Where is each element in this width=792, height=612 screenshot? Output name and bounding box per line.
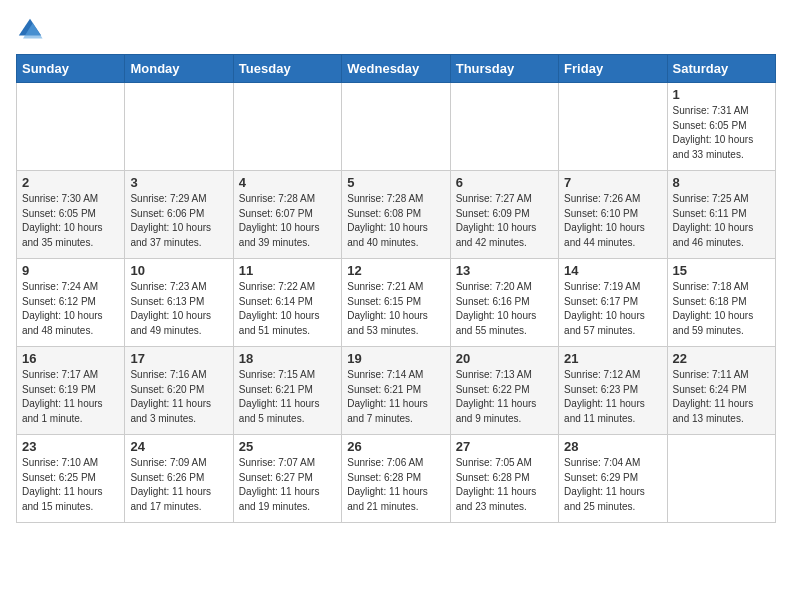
day-number: 20: [456, 351, 553, 366]
day-number: 23: [22, 439, 119, 454]
calendar-cell: 14Sunrise: 7:19 AM Sunset: 6:17 PM Dayli…: [559, 259, 667, 347]
day-info: Sunrise: 7:04 AM Sunset: 6:29 PM Dayligh…: [564, 456, 661, 514]
week-row-5: 23Sunrise: 7:10 AM Sunset: 6:25 PM Dayli…: [17, 435, 776, 523]
calendar-cell: 5Sunrise: 7:28 AM Sunset: 6:08 PM Daylig…: [342, 171, 450, 259]
calendar-cell: 2Sunrise: 7:30 AM Sunset: 6:05 PM Daylig…: [17, 171, 125, 259]
weekday-thursday: Thursday: [450, 55, 558, 83]
day-number: 9: [22, 263, 119, 278]
day-number: 3: [130, 175, 227, 190]
day-number: 15: [673, 263, 770, 278]
day-number: 13: [456, 263, 553, 278]
weekday-sunday: Sunday: [17, 55, 125, 83]
day-number: 7: [564, 175, 661, 190]
day-info: Sunrise: 7:06 AM Sunset: 6:28 PM Dayligh…: [347, 456, 444, 514]
day-number: 16: [22, 351, 119, 366]
weekday-tuesday: Tuesday: [233, 55, 341, 83]
calendar-cell: 11Sunrise: 7:22 AM Sunset: 6:14 PM Dayli…: [233, 259, 341, 347]
day-info: Sunrise: 7:19 AM Sunset: 6:17 PM Dayligh…: [564, 280, 661, 338]
day-number: 24: [130, 439, 227, 454]
calendar-cell: 17Sunrise: 7:16 AM Sunset: 6:20 PM Dayli…: [125, 347, 233, 435]
calendar-cell: [559, 83, 667, 171]
calendar-cell: [342, 83, 450, 171]
calendar-cell: 20Sunrise: 7:13 AM Sunset: 6:22 PM Dayli…: [450, 347, 558, 435]
weekday-header-row: SundayMondayTuesdayWednesdayThursdayFrid…: [17, 55, 776, 83]
calendar-cell: 19Sunrise: 7:14 AM Sunset: 6:21 PM Dayli…: [342, 347, 450, 435]
calendar-cell: 12Sunrise: 7:21 AM Sunset: 6:15 PM Dayli…: [342, 259, 450, 347]
week-row-1: 1Sunrise: 7:31 AM Sunset: 6:05 PM Daylig…: [17, 83, 776, 171]
calendar-cell: 26Sunrise: 7:06 AM Sunset: 6:28 PM Dayli…: [342, 435, 450, 523]
weekday-monday: Monday: [125, 55, 233, 83]
day-number: 22: [673, 351, 770, 366]
day-info: Sunrise: 7:26 AM Sunset: 6:10 PM Dayligh…: [564, 192, 661, 250]
day-number: 21: [564, 351, 661, 366]
calendar-cell: 18Sunrise: 7:15 AM Sunset: 6:21 PM Dayli…: [233, 347, 341, 435]
day-info: Sunrise: 7:15 AM Sunset: 6:21 PM Dayligh…: [239, 368, 336, 426]
calendar-cell: 16Sunrise: 7:17 AM Sunset: 6:19 PM Dayli…: [17, 347, 125, 435]
day-number: 25: [239, 439, 336, 454]
calendar-cell: 1Sunrise: 7:31 AM Sunset: 6:05 PM Daylig…: [667, 83, 775, 171]
day-number: 14: [564, 263, 661, 278]
logo: [16, 16, 48, 44]
calendar-cell: [667, 435, 775, 523]
day-number: 2: [22, 175, 119, 190]
week-row-2: 2Sunrise: 7:30 AM Sunset: 6:05 PM Daylig…: [17, 171, 776, 259]
day-info: Sunrise: 7:24 AM Sunset: 6:12 PM Dayligh…: [22, 280, 119, 338]
day-info: Sunrise: 7:23 AM Sunset: 6:13 PM Dayligh…: [130, 280, 227, 338]
day-number: 11: [239, 263, 336, 278]
day-info: Sunrise: 7:12 AM Sunset: 6:23 PM Dayligh…: [564, 368, 661, 426]
day-info: Sunrise: 7:05 AM Sunset: 6:28 PM Dayligh…: [456, 456, 553, 514]
calendar-cell: 21Sunrise: 7:12 AM Sunset: 6:23 PM Dayli…: [559, 347, 667, 435]
day-number: 1: [673, 87, 770, 102]
day-info: Sunrise: 7:20 AM Sunset: 6:16 PM Dayligh…: [456, 280, 553, 338]
calendar-cell: 28Sunrise: 7:04 AM Sunset: 6:29 PM Dayli…: [559, 435, 667, 523]
calendar-cell: 24Sunrise: 7:09 AM Sunset: 6:26 PM Dayli…: [125, 435, 233, 523]
day-number: 18: [239, 351, 336, 366]
calendar-cell: 6Sunrise: 7:27 AM Sunset: 6:09 PM Daylig…: [450, 171, 558, 259]
day-number: 5: [347, 175, 444, 190]
calendar-cell: 8Sunrise: 7:25 AM Sunset: 6:11 PM Daylig…: [667, 171, 775, 259]
calendar-cell: 10Sunrise: 7:23 AM Sunset: 6:13 PM Dayli…: [125, 259, 233, 347]
day-number: 26: [347, 439, 444, 454]
calendar-cell: [233, 83, 341, 171]
day-number: 28: [564, 439, 661, 454]
day-info: Sunrise: 7:21 AM Sunset: 6:15 PM Dayligh…: [347, 280, 444, 338]
page-header: [16, 16, 776, 44]
day-number: 12: [347, 263, 444, 278]
calendar-cell: [450, 83, 558, 171]
day-info: Sunrise: 7:07 AM Sunset: 6:27 PM Dayligh…: [239, 456, 336, 514]
day-number: 27: [456, 439, 553, 454]
calendar-cell: 15Sunrise: 7:18 AM Sunset: 6:18 PM Dayli…: [667, 259, 775, 347]
day-info: Sunrise: 7:17 AM Sunset: 6:19 PM Dayligh…: [22, 368, 119, 426]
day-info: Sunrise: 7:29 AM Sunset: 6:06 PM Dayligh…: [130, 192, 227, 250]
calendar-cell: 23Sunrise: 7:10 AM Sunset: 6:25 PM Dayli…: [17, 435, 125, 523]
day-info: Sunrise: 7:18 AM Sunset: 6:18 PM Dayligh…: [673, 280, 770, 338]
calendar-cell: 22Sunrise: 7:11 AM Sunset: 6:24 PM Dayli…: [667, 347, 775, 435]
calendar-table: SundayMondayTuesdayWednesdayThursdayFrid…: [16, 54, 776, 523]
weekday-saturday: Saturday: [667, 55, 775, 83]
calendar-cell: 13Sunrise: 7:20 AM Sunset: 6:16 PM Dayli…: [450, 259, 558, 347]
day-number: 10: [130, 263, 227, 278]
day-info: Sunrise: 7:10 AM Sunset: 6:25 PM Dayligh…: [22, 456, 119, 514]
day-info: Sunrise: 7:28 AM Sunset: 6:07 PM Dayligh…: [239, 192, 336, 250]
week-row-3: 9Sunrise: 7:24 AM Sunset: 6:12 PM Daylig…: [17, 259, 776, 347]
day-info: Sunrise: 7:11 AM Sunset: 6:24 PM Dayligh…: [673, 368, 770, 426]
calendar-cell: 4Sunrise: 7:28 AM Sunset: 6:07 PM Daylig…: [233, 171, 341, 259]
day-info: Sunrise: 7:14 AM Sunset: 6:21 PM Dayligh…: [347, 368, 444, 426]
day-info: Sunrise: 7:28 AM Sunset: 6:08 PM Dayligh…: [347, 192, 444, 250]
day-info: Sunrise: 7:22 AM Sunset: 6:14 PM Dayligh…: [239, 280, 336, 338]
logo-icon: [16, 16, 44, 44]
weekday-wednesday: Wednesday: [342, 55, 450, 83]
day-number: 17: [130, 351, 227, 366]
calendar-cell: 27Sunrise: 7:05 AM Sunset: 6:28 PM Dayli…: [450, 435, 558, 523]
calendar-cell: 9Sunrise: 7:24 AM Sunset: 6:12 PM Daylig…: [17, 259, 125, 347]
day-number: 6: [456, 175, 553, 190]
calendar-cell: 25Sunrise: 7:07 AM Sunset: 6:27 PM Dayli…: [233, 435, 341, 523]
day-info: Sunrise: 7:09 AM Sunset: 6:26 PM Dayligh…: [130, 456, 227, 514]
calendar-cell: [125, 83, 233, 171]
day-info: Sunrise: 7:31 AM Sunset: 6:05 PM Dayligh…: [673, 104, 770, 162]
calendar-cell: [17, 83, 125, 171]
day-info: Sunrise: 7:13 AM Sunset: 6:22 PM Dayligh…: [456, 368, 553, 426]
calendar-cell: 7Sunrise: 7:26 AM Sunset: 6:10 PM Daylig…: [559, 171, 667, 259]
day-number: 19: [347, 351, 444, 366]
day-info: Sunrise: 7:30 AM Sunset: 6:05 PM Dayligh…: [22, 192, 119, 250]
